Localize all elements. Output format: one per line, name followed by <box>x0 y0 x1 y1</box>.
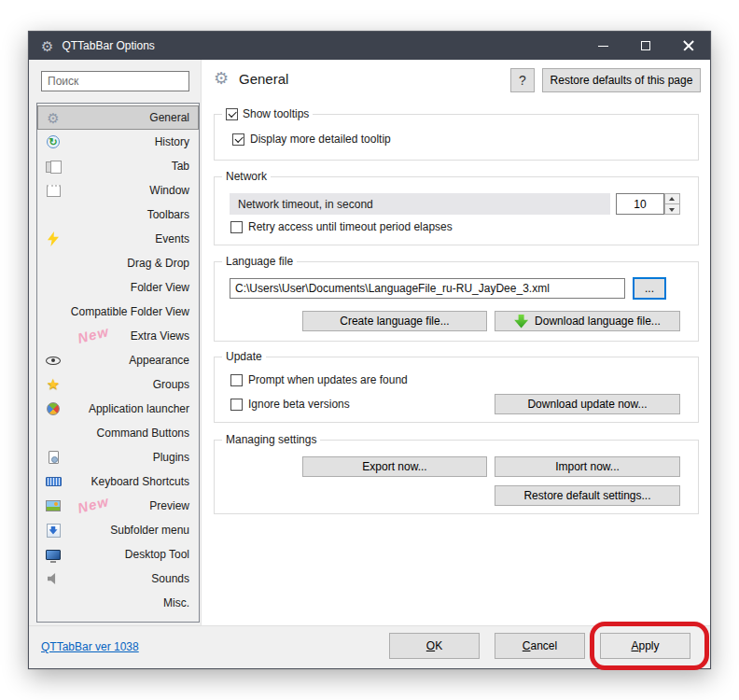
stepper-up-button[interactable] <box>664 193 680 204</box>
sidebar-item-label: Preview <box>64 499 198 512</box>
sidebar-item-label: Command Buttons <box>64 427 198 440</box>
search-input[interactable] <box>41 71 189 91</box>
star-icon: ★ <box>47 377 60 392</box>
prompt-updates-label: Prompt when updates are found <box>248 373 408 386</box>
tooltips-group: Show tooltips Display more detailed tool… <box>214 114 699 161</box>
retry-access-checkbox[interactable] <box>230 221 243 233</box>
detailed-tooltip-label: Display more detailed tooltip <box>250 133 391 146</box>
sidebar-item-events[interactable]: Events <box>37 227 199 251</box>
gear-icon: ⚙ <box>47 111 59 125</box>
ok-button[interactable]: OK <box>389 633 480 659</box>
sidebar-item-appearance[interactable]: Appearance <box>37 348 199 372</box>
restore-default-settings-button[interactable]: Restore default settings... <box>495 485 680 506</box>
network-timeout-stepper <box>664 193 680 215</box>
update-group-legend: Update <box>222 350 266 363</box>
close-icon <box>683 40 694 51</box>
sidebar-item-command-buttons[interactable]: Command Buttons <box>37 421 199 445</box>
sidebar-item-keyboard-shortcuts[interactable]: Keyboard Shortcuts <box>37 469 199 494</box>
stepper-down-button[interactable] <box>664 204 680 215</box>
sidebar-item-label: History <box>64 135 198 148</box>
managing-settings-group: Managing settings Export now... Import n… <box>214 440 699 514</box>
version-link[interactable]: QTTabBar ver 1038 <box>41 640 139 653</box>
sidebar-item-label: Groups <box>64 378 198 391</box>
minimize-icon <box>598 46 608 47</box>
detailed-tooltip-checkbox[interactable] <box>232 133 244 146</box>
tab-icon <box>46 161 61 173</box>
window-title: QTTabBar Options <box>62 39 154 52</box>
sidebar-item-sounds[interactable]: Sounds <box>37 567 199 591</box>
sidebar-item-application-launcher[interactable]: Application launcher <box>37 397 199 421</box>
speaker-icon <box>48 573 60 585</box>
help-button[interactable]: ? <box>510 68 535 92</box>
qttabbar-options-window: ⚙ QTTabBar Options ⚙GeneralHistoryTabWin… <box>28 31 711 669</box>
sidebar-item-label: Subfolder menu <box>64 524 198 537</box>
import-now-button[interactable]: Import now... <box>495 456 680 477</box>
sidebar-item-preview[interactable]: PreviewNew <box>37 494 199 518</box>
network-timeout-label: Network timeout, in second <box>238 198 373 211</box>
prompt-updates-row: Prompt when updates are found <box>230 373 408 386</box>
sidebar: ⚙GeneralHistoryTabWindowToolbarsEventsDr… <box>29 60 201 625</box>
sidebar-item-desktop-tool[interactable]: Desktop Tool <box>37 542 199 567</box>
maximize-icon <box>641 41 650 50</box>
history-icon <box>47 135 60 148</box>
language-file-path-input[interactable] <box>230 278 625 299</box>
sidebar-item-subfolder-menu[interactable]: Subfolder menu <box>37 518 199 542</box>
sidebar-item-folder-view[interactable]: Folder View <box>37 275 199 300</box>
sidebar-item-label: Drag & Drop <box>64 257 198 270</box>
network-timeout-input[interactable]: 10 <box>616 193 664 215</box>
network-group-title: Network <box>226 170 267 183</box>
restore-defaults-page-button[interactable]: Restore defaults of this page <box>542 68 701 92</box>
sidebar-item-history[interactable]: History <box>37 130 199 154</box>
maximize-button[interactable] <box>624 32 667 60</box>
sidebar-item-label: Application launcher <box>64 402 198 415</box>
create-language-file-button[interactable]: Create language file... <box>302 311 487 331</box>
update-group: Update Prompt when updates are found Ign… <box>214 357 699 423</box>
prompt-updates-checkbox[interactable] <box>230 374 243 386</box>
sidebar-item-drag-drop[interactable]: Drag & Drop <box>37 251 199 275</box>
sidebar-item-general[interactable]: ⚙General <box>37 105 199 130</box>
sidebar-item-plugins[interactable]: Plugins <box>37 445 199 469</box>
window-icon <box>47 185 61 197</box>
sidebar-item-misc[interactable]: Misc. <box>37 591 199 615</box>
ignore-beta-checkbox[interactable] <box>230 399 243 411</box>
managing-group-legend: Managing settings <box>222 433 320 446</box>
sidebar-item-groups[interactable]: ★Groups <box>37 372 199 397</box>
sidebar-item-label: Appearance <box>64 354 198 367</box>
sidebar-item-extra-views[interactable]: Extra ViewsNew <box>37 324 199 348</box>
browse-button[interactable]: ... <box>633 277 666 300</box>
apply-key: A <box>631 639 638 652</box>
cancel-button[interactable]: Cancel <box>495 633 585 659</box>
pie-icon <box>47 402 60 415</box>
footer-bar: QTTabBar ver 1038 OK Cancel Apply <box>29 625 710 668</box>
download-arrow-icon <box>514 315 528 329</box>
sidebar-item-label: Window <box>64 184 198 197</box>
page-gear-icon: ⚙ <box>214 70 229 87</box>
apply-button[interactable]: Apply <box>600 633 690 659</box>
network-group-legend: Network <box>222 170 271 183</box>
network-group: Network Network timeout, in second 10 Re… <box>214 176 699 245</box>
download-update-button[interactable]: Download update now... <box>495 394 680 414</box>
sidebar-item-compatible-folder-view[interactable]: Compatible Folder View <box>37 300 199 324</box>
sidebar-item-tab[interactable]: Tab <box>37 154 199 178</box>
page-title: General <box>239 71 288 87</box>
eye-icon <box>46 357 61 365</box>
sidebar-item-window[interactable]: Window <box>37 178 199 203</box>
ignore-beta-label: Ignore beta versions <box>248 398 350 411</box>
export-now-button[interactable]: Export now... <box>302 456 487 477</box>
minimize-button[interactable] <box>581 32 624 60</box>
keyboard-icon <box>46 477 62 486</box>
cancel-rest: ancel <box>530 639 557 652</box>
retry-access-label: Retry access until timeout period elapse… <box>248 220 453 233</box>
update-group-title: Update <box>226 350 262 363</box>
plugin-icon <box>49 451 59 464</box>
download-language-file-button[interactable]: Download language file... <box>495 311 680 331</box>
detailed-tooltip-row: Display more detailed tooltip <box>232 133 391 146</box>
show-tooltips-checkbox[interactable] <box>226 108 238 120</box>
close-button[interactable] <box>667 32 710 60</box>
language-file-group: Language file ... Create language file..… <box>214 261 699 342</box>
language-group-legend: Language file <box>222 255 297 268</box>
sidebar-item-label: Desktop Tool <box>64 548 198 561</box>
monitor-icon <box>46 550 61 560</box>
language-group-title: Language file <box>226 255 293 268</box>
sidebar-item-toolbars[interactable]: Toolbars <box>37 203 199 227</box>
